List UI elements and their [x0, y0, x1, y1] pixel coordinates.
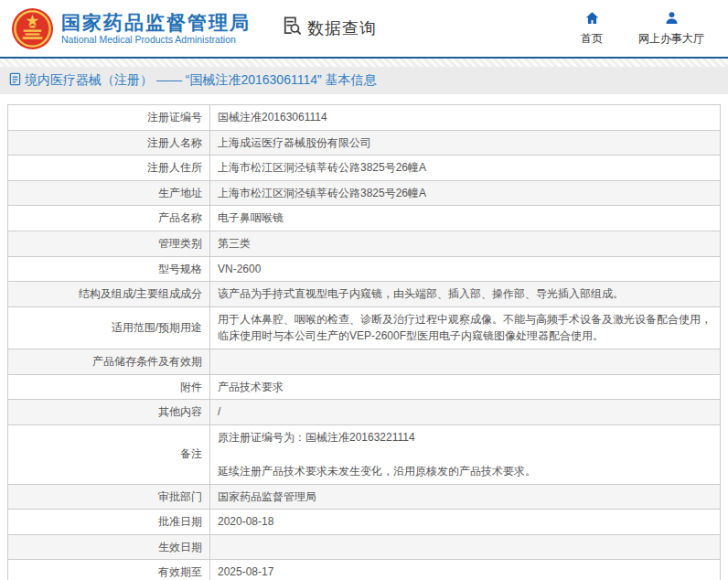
brand: 国家药品监督管理局 National Medical Products Admi… [61, 12, 251, 45]
row-label: 备注 [8, 424, 210, 484]
row-label: 有效期至 [8, 560, 210, 580]
data-query-label: 数据查询 [307, 17, 377, 39]
row-label: 生效日期 [8, 534, 210, 560]
table-row-attachment: 附件 产品技术要求 [8, 374, 721, 400]
table-row-storage-conditions: 产品储存条件及有效期 [8, 349, 721, 374]
row-value: 原注册证编号为：国械注准20163221114 延续注册产品技术要求未发生变化，… [210, 424, 721, 484]
breadcrumb: 境内医疗器械（注册） —— “国械注准20163061114” 基本信息 [9, 72, 377, 89]
table-row-approval-date: 批准日期 2020-08-18 [8, 510, 721, 535]
nav-item-service-hall-label: 网上办事大厅 [638, 31, 704, 47]
row-value [210, 349, 721, 374]
row-label: 批准日期 [8, 510, 210, 535]
row-value: 2025-08-17 [210, 560, 721, 580]
row-label: 产品名称 [8, 206, 210, 231]
row-value: / [210, 400, 721, 425]
row-value: 上海成运医疗器械股份有限公司 [210, 130, 721, 156]
row-value: 第三类 [210, 231, 721, 256]
row-value: 上海市松江区洞泾镇莘砖公路3825号26幢A [210, 156, 721, 181]
user-icon [664, 10, 680, 31]
table-row-approval-department: 审批部门 国家药品监督管理局 [8, 484, 721, 510]
row-value: 产品技术要求 [210, 374, 721, 400]
agency-name-en: National Medical Products Administration [61, 34, 251, 45]
table-row-reg-number: 注册证编号 国械注准20163061114 [8, 105, 721, 131]
row-value: 国家药品监督管理局 [210, 484, 721, 510]
row-value: 该产品为手持式直视型电子内窥镜，由头端部、插入部、操作部、导光插入部组成。 [210, 282, 721, 307]
row-label: 其他内容 [8, 400, 210, 425]
breadcrumb-bar: 境内医疗器械（注册） —— “国械注准20163061114” 基本信息 [0, 67, 728, 94]
row-value: 国械注准20163061114 [210, 105, 721, 131]
table-row-management-class: 管理类别 第三类 [8, 231, 721, 256]
row-value [210, 534, 721, 560]
row-value: 上海市松江区洞泾镇莘砖公路3825号26幢A [210, 180, 721, 206]
table-row-other-content: 其他内容 / [8, 400, 721, 425]
row-label: 型号规格 [8, 256, 210, 282]
nav-item-service-hall[interactable]: 网上办事大厅 [638, 10, 704, 47]
row-label: 注册人名称 [8, 130, 210, 156]
data-query-section[interactable]: 数据查询 [280, 15, 377, 42]
nav-item-home-label: 首页 [581, 31, 603, 47]
row-value: 电子鼻咽喉镜 [210, 206, 721, 231]
row-label: 产品储存条件及有效期 [8, 349, 210, 374]
registration-info-table: 注册证编号 国械注准20163061114 注册人名称 上海成运医疗器械股份有限… [7, 104, 721, 580]
header: 国家药品监督管理局 National Medical Products Admi… [0, 0, 728, 57]
table-row-production-address: 生产地址 上海市松江区洞泾镇莘砖公路3825号26幢A [8, 180, 721, 206]
row-label: 结构及组成/主要组成成分 [8, 282, 210, 307]
table-row-remarks: 备注 原注册证编号为：国械注准20163221114 延续注册产品技术要求未发生… [8, 424, 721, 484]
table-row-product-name: 产品名称 电子鼻咽喉镜 [8, 206, 721, 231]
row-label: 适用范围/预期用途 [8, 306, 210, 349]
top-nav: 首页 网上办事大厅 [573, 10, 704, 47]
table-row-intended-use: 适用范围/预期用途 用于人体鼻腔、咽喉的检查、诊断及治疗过程中观察成像。不能与高… [8, 306, 721, 349]
hatch-strip [0, 59, 728, 67]
table-row-effective-date: 生效日期 [8, 534, 721, 560]
data-query-icon [280, 15, 307, 42]
document-icon [9, 72, 25, 89]
breadcrumb-text: 境内医疗器械（注册） —— “国械注准20163061114” 基本信息 [25, 72, 377, 89]
row-value: VN-2600 [210, 256, 721, 282]
row-label: 审批部门 [8, 484, 210, 510]
row-value: 用于人体鼻腔、咽喉的检查、诊断及治疗过程中观察成像。不能与高频手术设备及激光设备… [210, 306, 721, 349]
row-label: 生产地址 [8, 180, 210, 206]
row-label: 注册证编号 [8, 105, 210, 131]
table-row-structure: 结构及组成/主要组成成分 该产品为手持式直视型电子内窥镜，由头端部、插入部、操作… [8, 282, 721, 307]
table-row-registrant-address: 注册人住所 上海市松江区洞泾镇莘砖公路3825号26幢A [8, 156, 721, 181]
row-value: 2020-08-18 [210, 510, 721, 535]
nav-item-home[interactable]: 首页 [573, 10, 611, 47]
table-row-model-spec: 型号规格 VN-2600 [8, 256, 721, 282]
emblem-icon [11, 7, 54, 50]
row-label: 附件 [8, 374, 210, 400]
agency-name-cn: 国家药品监督管理局 [61, 12, 251, 34]
table-row-registrant-name: 注册人名称 上海成运医疗器械股份有限公司 [8, 130, 721, 156]
row-label: 管理类别 [8, 231, 210, 256]
row-label: 注册人住所 [8, 156, 210, 181]
home-icon [584, 10, 600, 31]
table-row-expiry-date: 有效期至 2025-08-17 [8, 560, 721, 580]
